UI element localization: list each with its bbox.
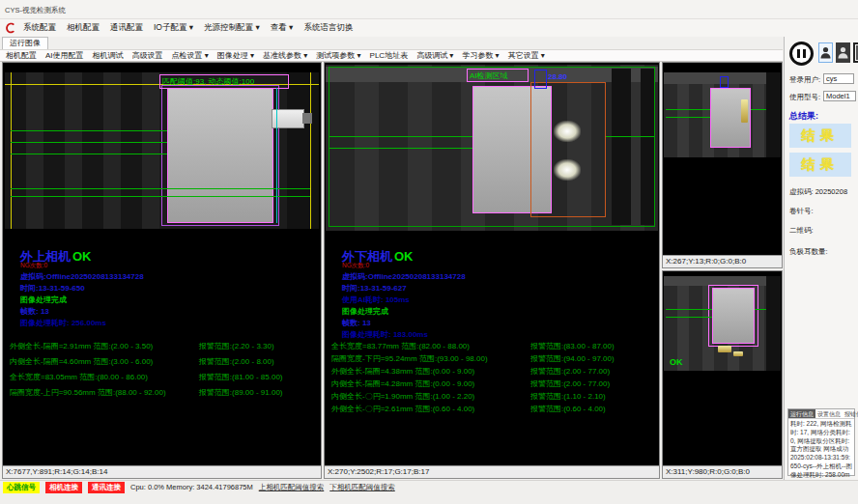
- frame-count-line: 帧数: 13: [342, 318, 371, 328]
- menu-item-comm-config[interactable]: 通讯配置: [110, 22, 143, 34]
- upper-camera-status-link[interactable]: 上相机匹配阈值搜索: [259, 483, 325, 492]
- tool-plc-address[interactable]: PLC地址表: [370, 50, 409, 61]
- exit-door-icon: [853, 42, 858, 64]
- measurement-row: 内侧全长-隔圈=4.60mm 范围:(3.00 - 6.00) 报警范围:(2.…: [10, 356, 315, 367]
- measurement-row: 全长宽度=83.77mm 范围:(82.00 - 88.00) 报警范围:(83…: [331, 341, 652, 351]
- app-logo-icon: [4, 21, 17, 35]
- result-ok: OK: [394, 249, 414, 264]
- log-text: 耗时: 222, 网络检测耗时: 17, 网络分类耗时: 0, 网络提取分区耗时…: [788, 419, 854, 489]
- measurement-alarm: 报警范围:(0.60 - 4.00): [530, 404, 606, 414]
- measurement-alarm: 报警范围:(2.00 - 77.00): [530, 366, 610, 377]
- virtual-code-line: 虚拟码:Offline20250208133134728: [20, 271, 144, 282]
- status-bar: 心跳信号 相机连接 通讯连接 Cpu: 0.0% Memory: 3424.41…: [0, 480, 858, 493]
- menu-item-light-config[interactable]: 光源控制配置 ▾: [204, 22, 260, 34]
- blue-marker-box: [534, 70, 547, 89]
- tool-other-settings[interactable]: 其它设置 ▾: [508, 50, 545, 61]
- measurement-text: 外侧全长-隔圈=2.91mm 范围:(2.00 - 3.50): [10, 341, 199, 351]
- cpu-memory-text: Cpu: 0.0% Memory: 3424.41796875M: [130, 483, 253, 491]
- ai-elapsed-line: 使用AI耗时: 105ms: [342, 294, 410, 305]
- measurement-row: 隔圈宽度-上円=90.56mm 范围:(88.00 - 92.00) 报警范围:…: [10, 387, 315, 398]
- measurement-alarm: 报警范围:(2.20 - 3.30): [199, 341, 274, 351]
- menu-bar: 系统配置 相机配置 通讯配置 IO子配置 ▾ 光源控制配置 ▾ 查看 ▾ 系统语…: [0, 19, 858, 37]
- camera-image-inner-top[interactable]: [664, 72, 781, 157]
- camera-image-upper-outer[interactable]: 匹配阈值:93, 动态阈值:100: [5, 72, 319, 229]
- menu-item-system-config[interactable]: 系统配置: [23, 22, 56, 34]
- measurement-text: 内侧全长-隔圈=4.60mm 范围:(3.00 - 6.00): [10, 356, 199, 367]
- model-label: 使用型号:: [789, 93, 820, 102]
- blue-marker-value: 28.80: [548, 72, 567, 81]
- camera-image-lower-outer[interactable]: AI检测区域 28.80: [326, 65, 658, 231]
- comm-connect-badge: 通讯连接: [88, 482, 125, 493]
- frame-count-line: 帧数: 13: [20, 306, 49, 317]
- pixel-coords-readout: X:311;Y:980;R:0;G:0;B:0: [663, 465, 782, 478]
- menu-item-language[interactable]: 系统语言切换: [303, 22, 353, 34]
- measurement-text: 外侧全长-隔圈=4.38mm 范围:(0.00 - 9.00): [331, 366, 530, 377]
- menu-items: 系统配置 相机配置 通讯配置 IO子配置 ▾ 光源控制配置 ▾ 查看 ▾ 系统语…: [23, 19, 353, 37]
- tool-baseline-params[interactable]: 基准线参数 ▾: [263, 50, 307, 61]
- tool-learning-params[interactable]: 学习参数 ▾: [462, 50, 499, 61]
- small-result-ok: OK: [670, 357, 683, 367]
- threshold-overlay-label: 匹配阈值:93, 动态阈值:100: [162, 76, 254, 87]
- virtual-code-line: 虚拟码:Offline20250208133134728: [342, 271, 466, 282]
- bright-spot: [554, 159, 581, 181]
- camera-connect-badge: 相机连接: [45, 482, 82, 493]
- processing-done-line: 图像处理完成: [342, 306, 388, 317]
- measurement-text: 全长宽度=83.77mm 范围:(82.00 - 88.00): [331, 341, 530, 351]
- processing-done-line: 图像处理完成: [20, 294, 67, 305]
- login-user-field[interactable]: [823, 73, 854, 84]
- tool-test-params[interactable]: 测试项参数 ▾: [316, 50, 360, 61]
- measurement-row: 全长宽度=83.05mm 范围:(80.00 - 86.00) 报警范围:(81…: [10, 372, 315, 382]
- tab-strip: 运行图像: [0, 37, 783, 49]
- tool-camera-debug[interactable]: 相机调试: [93, 50, 124, 61]
- menu-item-view[interactable]: 查看 ▾: [271, 22, 294, 34]
- tab-run-image[interactable]: 运行图像: [2, 37, 48, 49]
- tool-advanced-debug[interactable]: 高级调试 ▾: [416, 50, 453, 61]
- time-line: 时间:13-31-59-650: [20, 283, 85, 294]
- lower-camera-status-link[interactable]: 下相机匹配阈值搜索: [329, 483, 395, 492]
- tool-ai-config[interactable]: AI使用配置: [45, 50, 84, 61]
- camera-panel-lower-outer: AI检测区域 28.80 外下相机OK NG次数:0 虚拟码:Offline20…: [324, 62, 660, 479]
- qr-label: 二维码:: [789, 226, 814, 236]
- cyan-edge-line: [276, 88, 277, 223]
- tab-count-label: 负极耳数量:: [789, 247, 828, 257]
- gold-glint: [733, 351, 743, 356]
- gold-glint: [718, 346, 731, 352]
- camera-image-inner-bottom[interactable]: OK: [664, 276, 781, 371]
- yellow-guide-line-right: [310, 72, 311, 229]
- window-title: CYS-视觉检测系统: [5, 6, 66, 15]
- heartbeat-badge: 心跳信号: [3, 482, 40, 493]
- user-button[interactable]: [818, 42, 833, 63]
- tool-spot-check[interactable]: 点检设置 ▾: [172, 50, 209, 61]
- ai-roi-outline: [530, 82, 606, 217]
- log-tab-errors[interactable]: 报错信息: [843, 409, 858, 418]
- measurement-text: 外侧全长-〇円=2.61mm 范围:(0.60 - 4.00): [331, 404, 530, 414]
- measurement-text: 全长宽度=83.05mm 范围:(80.00 - 86.00): [10, 372, 199, 382]
- log-tab-settings[interactable]: 设置信息: [815, 409, 843, 418]
- pause-button[interactable]: [789, 42, 814, 66]
- model-field[interactable]: [823, 91, 856, 101]
- gold-glint: [741, 99, 748, 123]
- measurement-alarm: 报警范围:(1.10 - 2.10): [530, 391, 606, 402]
- tool-camera-config[interactable]: 相机配置: [6, 50, 37, 61]
- measurement-alarm: 报警范围:(83.00 - 87.00): [530, 341, 615, 351]
- tool-image-processing[interactable]: 图像处理 ▾: [217, 50, 254, 61]
- total-result-label: 总结果:: [789, 110, 818, 123]
- measurement-alarm: 报警范围:(2.00 - 77.00): [530, 378, 610, 389]
- tool-advanced-settings[interactable]: 高级设置: [132, 50, 163, 61]
- pixel-coords-readout: X:270;Y:2502;R:17;G:17;B:17: [325, 465, 659, 478]
- log-tab-run[interactable]: 运行信息: [788, 409, 815, 418]
- app-window: CYS-视觉检测系统 系统配置 相机配置 通讯配置 IO子配置 ▾ 光源控制配置…: [0, 0, 858, 504]
- exit-button[interactable]: [853, 42, 858, 64]
- measurement-row: 隔圈宽度-下円=95.24mm 范围:(93.00 - 98.00) 报警范围:…: [331, 353, 652, 364]
- menu-item-camera-config[interactable]: 相机配置: [67, 22, 100, 34]
- virtual-code-label: 虚拟码: 20250208: [789, 187, 847, 197]
- yellow-guide-line-left: [11, 72, 12, 229]
- title-bar: CYS-视觉检测系统: [0, 0, 858, 19]
- toolbar: 相机配置 AI使用配置 相机调试 高级设置 点检设置 ▾ 图像处理 ▾ 基准线参…: [0, 49, 783, 62]
- virtual-code-label-text: 虚拟码:: [789, 187, 814, 196]
- connector-tail: [302, 113, 312, 124]
- admin-button[interactable]: [836, 42, 850, 63]
- menu-item-io-config[interactable]: IO子配置 ▾: [154, 22, 193, 34]
- bright-spot: [554, 121, 581, 142]
- time-line: 时间:13-31-59-627: [342, 283, 407, 294]
